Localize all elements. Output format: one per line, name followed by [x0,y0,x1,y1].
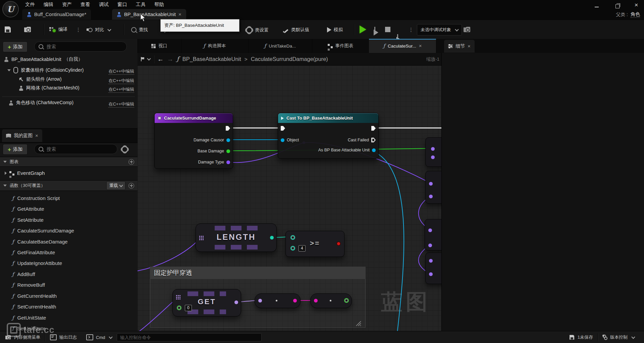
function-row-setcurrenthealth[interactable]: SetCurrentHealth [0,301,138,312]
breadcrumb-leaf[interactable]: CaculateSurrundDamage(pure) [251,56,328,62]
bool-out-pin-icon[interactable] [336,242,341,246]
pin-object[interactable]: Object [281,138,299,142]
diff-button[interactable]: 对比 [87,27,111,33]
tab-unittakedamage[interactable]: UnitTakeDa... [248,39,312,53]
edit-in-cpp-link[interactable]: 在C++中编辑 [108,78,134,84]
tab-details[interactable]: 细节 [444,40,475,53]
my-blueprint-search[interactable] [34,144,117,154]
pin-icon[interactable] [431,147,435,151]
close-icon[interactable] [468,44,471,49]
section-functions[interactable]: 函数（30可覆盖） 重载 [0,180,138,191]
class-defaults-button[interactable]: 类默认值 [283,27,309,33]
asset-tab-buff-continualdamage[interactable]: Buff_ContinualDamage* [22,9,91,20]
asset-tab-bp-baseattackableunit[interactable]: BP_BaseAttackableUnit [112,9,186,20]
comment-header[interactable]: 固定护甲穿透 [150,267,366,279]
debug-object-dropdown[interactable]: 未选中调试对象 [417,24,462,36]
console-command-input[interactable] [117,333,262,341]
find-button[interactable]: 查找 [131,27,148,33]
int-out-pin-icon[interactable] [270,236,274,239]
pin-icon[interactable] [428,244,432,247]
pin-base-damage[interactable]: Base Damage [198,149,230,153]
tree-row-arrow[interactable]: 箭头组件 (Arrow) [19,76,62,82]
edit-in-cpp-link[interactable]: 在C++中编辑 [108,86,134,93]
play-button[interactable] [360,25,366,35]
menu-edit[interactable]: 编辑 [39,0,58,9]
tree-row-self[interactable]: BP_BaseAttackableUnit （自我） [4,56,83,62]
function-row-addbuff[interactable]: AddBuff [0,269,138,279]
pin-icon[interactable] [429,182,433,186]
pin-damage-type[interactable]: Damage Type [198,160,230,164]
expand-caret-icon[interactable] [7,69,11,71]
close-icon[interactable] [35,133,38,138]
edit-in-cpp-link[interactable]: 在C++中编辑 [108,101,134,108]
function-row-getcurrenthealth[interactable]: GetCurrentHealth [0,291,138,301]
tree-row-collision-cylinder[interactable]: 胶囊体组件 (CollisionCylinder) [7,67,84,73]
pin-value-input[interactable]: 0 [185,305,192,311]
browse-asset-icon[interactable] [24,27,31,33]
node-conversion-1[interactable] [255,293,301,308]
expand-caret-icon[interactable] [5,172,7,175]
comment-resize-grip[interactable] [355,320,362,327]
node-header[interactable]: Cast To BP_BaseAttackableUnit [278,113,378,123]
pin-icon[interactable] [429,259,433,263]
in-pin-icon[interactable] [258,299,262,302]
array-pin-icon[interactable] [199,236,204,240]
tab-construction-script[interactable]: 构造脚本 [181,39,249,53]
stop-button[interactable] [385,27,390,33]
function-row-caculatesurrunddamage[interactable]: CaculateSurrundDamage [0,225,138,235]
close-icon[interactable] [419,43,422,49]
pin-exec-out[interactable] [226,126,230,131]
parent-class-link[interactable]: 角色 [631,11,640,18]
components-search[interactable] [34,42,127,52]
pin-exec-out[interactable] [371,126,376,131]
tab-caculatesurrunddamage[interactable]: CaculateSur... [369,39,436,53]
override-dropdown[interactable]: 重载 [106,181,125,190]
add-graph-icon[interactable] [128,159,134,165]
function-row-getfinalattribute[interactable]: GetFinalAttribute [0,247,138,257]
version-control-button[interactable]: 版本控制 [598,331,639,343]
simulate-button[interactable]: 模拟 [327,27,343,33]
add-blueprint-item-button[interactable]: 添加 [3,144,28,155]
unreal-logo-icon[interactable] [2,1,19,17]
menu-file[interactable]: 文件 [21,0,39,9]
tab-viewport[interactable]: 视口 [138,39,181,53]
blueprint-settings-gear-icon[interactable] [121,146,128,154]
pin-cast-failed[interactable]: Cast Failed [348,138,376,142]
node-length[interactable]: LENGTH [196,223,277,252]
array-pin-icon[interactable] [176,295,180,299]
components-search-input[interactable] [46,44,122,50]
item-out-pin-icon[interactable] [234,300,238,304]
my-blueprint-search-input[interactable] [46,146,113,152]
pin-icon[interactable] [429,195,433,198]
frame-skip-button[interactable] [374,29,644,37]
node-caculatesurrunddamage[interactable]: CaculateSurrundDamage Damage Causor Base… [154,113,233,169]
node-greater-equal[interactable]: 4 >= [285,231,344,257]
clipped-node[interactable] [425,219,441,251]
window-restore-button[interactable] [614,3,621,9]
add-component-button[interactable]: 添加 [3,42,28,52]
compile-button[interactable]: 编译 [49,26,67,32]
node-header[interactable]: CaculateSurrundDamage [155,113,233,123]
tree-row-char-movement[interactable]: 角色移动 (CharMoveComp) [9,100,73,106]
edit-in-cpp-link[interactable]: 在C++中编辑 [108,68,134,75]
close-tab-icon[interactable] [178,12,181,17]
tab-my-blueprint[interactable]: 我的蓝图 [2,129,42,142]
window-minimize-button[interactable] [594,3,600,9]
collapse-caret-icon[interactable] [3,161,7,163]
menu-window[interactable]: 窗口 [113,0,131,9]
section-graphs[interactable]: 图表 [0,157,138,167]
wire-array-to-length[interactable] [138,237,201,271]
menu-asset[interactable]: 资产 [58,0,76,9]
function-row-construction-script[interactable]: Construction Script [0,193,138,203]
browse-debug-icon[interactable] [464,27,470,33]
wire-as-bp-down[interactable] [373,151,404,331]
clipped-node[interactable] [425,171,441,204]
pin-damage-causor[interactable]: Damage Causor [194,138,230,142]
function-row-caculatebasedamage[interactable]: CaculateBaseDamage [0,236,138,247]
pin-exec-in[interactable] [281,126,285,131]
cmd-dropdown[interactable]: Cmd [82,331,117,343]
node-conversion-2[interactable] [310,293,352,308]
out-pin-icon[interactable] [293,299,297,302]
out-pin-icon[interactable] [344,298,349,303]
unsaved-button[interactable]: 1未保存 [564,331,598,343]
